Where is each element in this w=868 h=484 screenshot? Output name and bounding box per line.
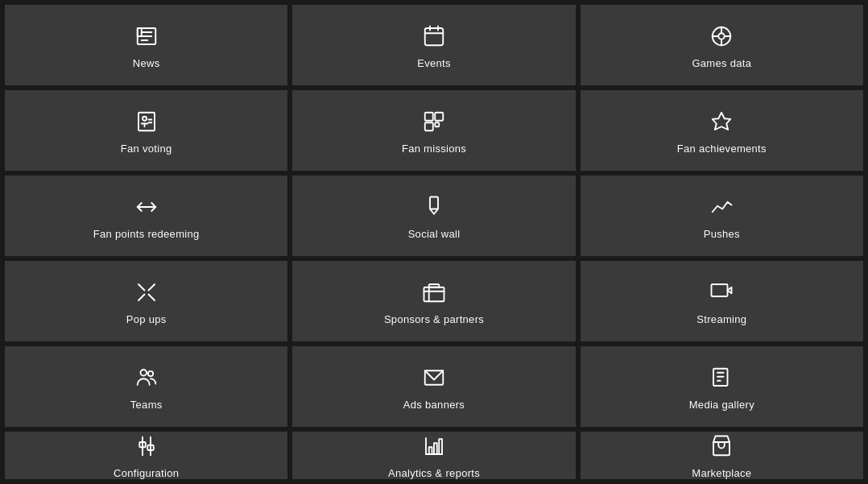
tile-sponsors-partners[interactable]: Sponsors & partners (292, 261, 575, 341)
tile-configuration[interactable]: Configuration (5, 432, 287, 479)
games-data-label: Games data (692, 57, 751, 69)
svg-point-10 (719, 33, 725, 39)
analytics-reports-label: Analytics & reports (388, 467, 480, 479)
main-grid: News Events Games data Fan voting Fan mi… (0, 0, 868, 484)
svg-rect-4 (137, 28, 141, 36)
tile-pop-ups[interactable]: Pop ups (5, 261, 287, 341)
svg-rect-15 (138, 112, 155, 130)
social-wall-label: Social wall (408, 228, 461, 240)
media-gallery-icon (707, 363, 736, 392)
fan-achievements-icon (707, 107, 736, 136)
pushes-label: Pushes (704, 228, 740, 240)
news-label: News (133, 57, 160, 69)
pop-ups-icon (132, 278, 161, 307)
tile-pushes[interactable]: Pushes (581, 176, 863, 256)
fan-missions-icon (420, 107, 448, 136)
tile-streaming[interactable]: Streaming (581, 261, 863, 341)
teams-icon (132, 363, 161, 392)
svg-rect-50 (429, 447, 432, 454)
svg-line-30 (138, 294, 145, 300)
svg-rect-23 (425, 122, 433, 130)
fan-points-redeeming-label: Fan points redeeming (93, 228, 200, 240)
news-icon (132, 22, 161, 51)
ads-banners-icon (420, 363, 448, 392)
fan-achievements-label: Fan achievements (677, 143, 767, 155)
tile-fan-voting[interactable]: Fan voting (5, 90, 287, 171)
svg-line-29 (148, 294, 155, 300)
svg-rect-51 (434, 443, 437, 454)
teams-label: Teams (130, 399, 163, 411)
pop-ups-label: Pop ups (126, 313, 167, 325)
fan-points-redeeming-icon (132, 192, 161, 221)
events-icon (420, 22, 448, 51)
configuration-icon (132, 432, 161, 461)
tile-fan-missions[interactable]: Fan missions (292, 90, 575, 171)
svg-rect-21 (425, 112, 433, 120)
social-wall-icon (420, 192, 448, 221)
configuration-label: Configuration (114, 467, 179, 479)
games-data-icon (707, 22, 736, 51)
tile-news[interactable]: News (5, 5, 287, 85)
marketplace-label: Marketplace (692, 467, 751, 479)
svg-rect-32 (424, 287, 444, 301)
tile-social-wall[interactable]: Social wall (292, 176, 575, 256)
svg-line-31 (148, 284, 155, 291)
sponsors-partners-icon (420, 278, 448, 307)
fan-voting-label: Fan voting (121, 143, 172, 155)
tile-events[interactable]: Events (292, 5, 575, 85)
svg-line-28 (138, 284, 145, 291)
svg-point-16 (143, 116, 147, 120)
sponsors-partners-label: Sponsors & partners (384, 313, 484, 325)
tile-media-gallery[interactable]: Media gallery (581, 346, 863, 427)
pushes-icon (707, 192, 736, 221)
tile-ads-banners[interactable]: Ads banners (292, 346, 575, 427)
ads-banners-label: Ads banners (403, 399, 465, 411)
tile-fan-points-redeeming[interactable]: Fan points redeeming (5, 176, 287, 256)
fan-voting-icon (132, 107, 161, 136)
fan-missions-label: Fan missions (402, 143, 466, 155)
svg-point-38 (148, 370, 153, 375)
streaming-label: Streaming (696, 313, 746, 325)
events-label: Events (417, 57, 451, 69)
media-gallery-label: Media gallery (689, 399, 754, 411)
svg-rect-5 (425, 28, 444, 45)
svg-rect-27 (430, 196, 438, 209)
svg-rect-24 (435, 122, 439, 126)
marketplace-icon (707, 432, 736, 461)
svg-rect-35 (712, 284, 728, 296)
analytics-reports-icon (420, 432, 448, 461)
svg-rect-22 (435, 112, 443, 120)
tile-analytics-reports[interactable]: Analytics & reports (292, 432, 575, 479)
tile-marketplace[interactable]: Marketplace (581, 432, 863, 479)
svg-marker-25 (713, 112, 731, 129)
svg-point-37 (140, 370, 147, 376)
streaming-icon (707, 278, 736, 307)
svg-rect-52 (439, 439, 442, 454)
tile-teams[interactable]: Teams (5, 346, 287, 427)
tile-games-data[interactable]: Games data (581, 5, 863, 85)
tile-fan-achievements[interactable]: Fan achievements (581, 90, 863, 171)
